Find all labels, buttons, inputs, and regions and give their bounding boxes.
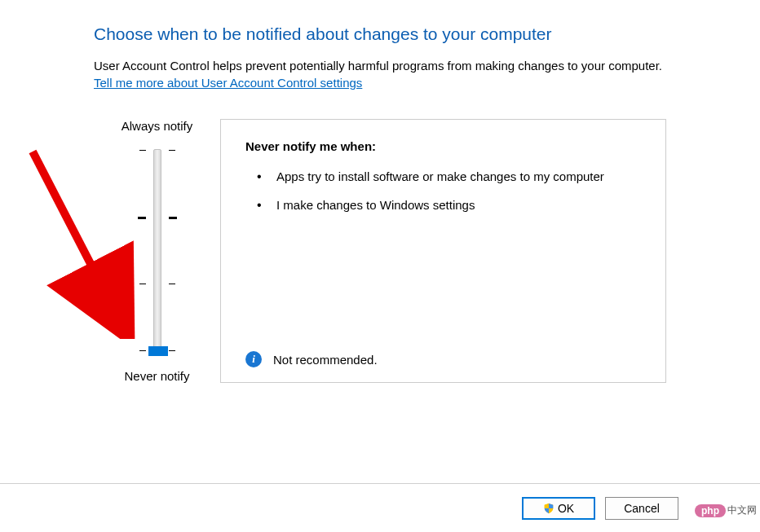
button-bar: OK Cancel [0, 483, 760, 532]
slider-track[interactable] [153, 149, 161, 353]
info-list-item: Apps try to install software or make cha… [257, 168, 641, 185]
ok-button[interactable]: OK [522, 497, 595, 520]
slider-tick [169, 217, 177, 219]
info-panel: Never notify me when: Apps try to instal… [220, 119, 666, 383]
learn-more-link[interactable]: Tell me more about User Account Control … [94, 76, 362, 90]
ok-button-label: OK [558, 502, 574, 515]
slider-tick [169, 350, 175, 351]
notification-slider[interactable]: Always notify Never notify [94, 119, 220, 383]
cancel-button-label: Cancel [624, 502, 660, 515]
slider-tick [139, 350, 146, 351]
slider-tick [139, 284, 146, 284]
watermark: php 中文网 [695, 503, 757, 517]
slider-label-bottom: Never notify [124, 369, 189, 383]
php-badge: php [695, 504, 726, 517]
cancel-button[interactable]: Cancel [605, 497, 678, 520]
page-title: Choose when to be notified about changes… [94, 24, 666, 44]
info-list-item: I make changes to Windows settings [257, 196, 641, 213]
recommendation-text: Not recommended. [273, 353, 378, 367]
slider-tick [139, 150, 146, 151]
slider-label-top: Always notify [122, 119, 193, 133]
slider-tick [169, 150, 175, 151]
slider-tick [169, 284, 175, 284]
info-heading: Never notify me when: [245, 139, 641, 153]
info-icon: i [245, 351, 262, 367]
description-text: User Account Control helps prevent poten… [94, 59, 666, 73]
shield-icon [543, 503, 555, 514]
watermark-text: 中文网 [727, 503, 757, 517]
slider-tick [138, 217, 146, 219]
slider-thumb[interactable] [148, 346, 168, 356]
